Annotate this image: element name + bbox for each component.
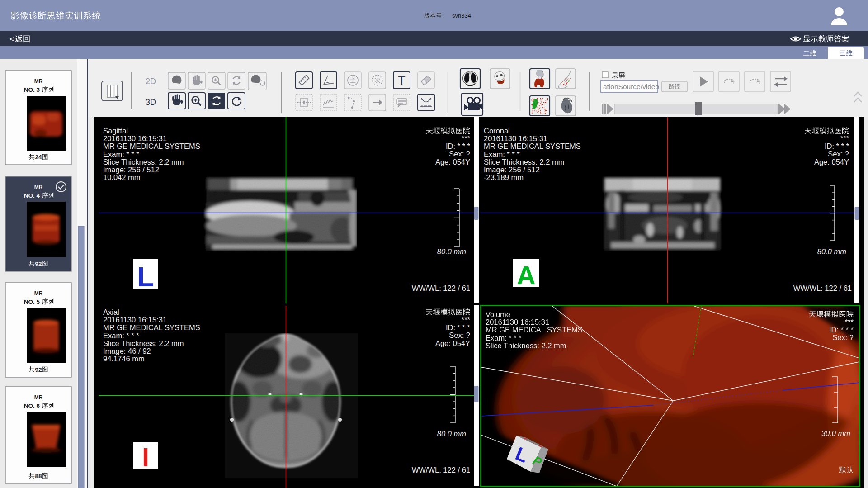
svg-text:Exam: * * *: Exam: * * * — [486, 334, 522, 342]
svg-text:80.0 mm: 80.0 mm — [437, 247, 466, 256]
svg-text:Exam: * * *: Exam: * * * — [484, 150, 520, 158]
svg-text:80.0 mm: 80.0 mm — [817, 247, 846, 256]
svg-text:20161130 16:15:31: 20161130 16:15:31 — [103, 134, 167, 142]
svg-text:***: *** — [462, 134, 471, 142]
svg-text:NO. 6: NO. 6 — [24, 403, 40, 409]
svg-text:MR: MR — [34, 184, 43, 190]
svg-text:MR GE MEDICAL SYSTEMS: MR GE MEDICAL SYSTEMS — [486, 326, 583, 334]
svg-text:MR: MR — [34, 290, 43, 297]
svg-text:ID: * * *: ID: * * * — [825, 142, 849, 150]
svg-text:L: L — [137, 261, 154, 292]
svg-text:10.042 mm: 10.042 mm — [103, 173, 141, 181]
svg-text:Axial: Axial — [103, 308, 119, 316]
svg-text:94.1746 mm: 94.1746 mm — [103, 355, 145, 363]
svg-text:Image: 256 / 512: Image: 256 / 512 — [103, 166, 159, 174]
svg-text:Coronal: Coronal — [484, 127, 510, 135]
svg-text:NO. 3: NO. 3 — [24, 86, 40, 93]
svg-text:Slice Thickness: 2.2 mm: Slice Thickness: 2.2 mm — [103, 158, 184, 166]
svg-text:92: 92 — [35, 366, 42, 373]
svg-text:A: A — [517, 261, 536, 290]
svg-text:92: 92 — [35, 261, 42, 267]
svg-text:NO. 5: NO. 5 — [24, 298, 40, 305]
svg-text:Volume: Volume — [486, 310, 510, 318]
svg-text:MR: MR — [34, 78, 43, 85]
svg-text:Image: 46 / 92: Image: 46 / 92 — [103, 347, 151, 355]
svg-text:2D: 2D — [146, 77, 156, 86]
svg-text:Slice Thickness: 2.2 mm: Slice Thickness: 2.2 mm — [484, 158, 565, 166]
svg-text:svn334: svn334 — [452, 12, 471, 19]
svg-text:Sex: ?: Sex: ? — [449, 150, 470, 158]
svg-text:Sex: ?: Sex: ? — [832, 333, 854, 341]
svg-text:24: 24 — [35, 154, 42, 161]
svg-text:Sex: ?: Sex: ? — [449, 331, 470, 339]
svg-text:ID: * * *: ID: * * * — [446, 142, 471, 150]
svg-text:Age: 054Y: Age: 054Y — [435, 158, 470, 166]
svg-text:***: *** — [840, 134, 849, 142]
svg-text:20161130 16:15:31: 20161130 16:15:31 — [103, 316, 167, 324]
svg-text:Age: 054Y: Age: 054Y — [814, 158, 849, 166]
svg-text:ID: * * *: ID: * * * — [829, 326, 854, 334]
svg-text:-23.189 mm: -23.189 mm — [484, 173, 524, 181]
svg-text:Exam: * * *: Exam: * * * — [103, 150, 139, 158]
svg-text:WW/WL: 122 / 61: WW/WL: 122 / 61 — [412, 466, 470, 474]
svg-text:Age: 054Y: Age: 054Y — [435, 339, 470, 347]
svg-text:MR GE MEDICAL SYSTEMS: MR GE MEDICAL SYSTEMS — [103, 142, 200, 150]
svg-text:MR GE MEDICAL SYSTEMS: MR GE MEDICAL SYSTEMS — [484, 142, 581, 150]
svg-text:<: < — [9, 35, 14, 43]
svg-text:T: T — [398, 74, 406, 87]
svg-text:MR GE MEDICAL SYSTEMS: MR GE MEDICAL SYSTEMS — [103, 323, 200, 332]
svg-text:I: I — [142, 442, 149, 472]
svg-text:30.0 mm: 30.0 mm — [821, 429, 850, 437]
svg-text:20161130 16:15:31: 20161130 16:15:31 — [484, 134, 547, 142]
svg-text:Image: 256 / 512: Image: 256 / 512 — [484, 166, 540, 174]
svg-text:Exam: * * *: Exam: * * * — [103, 332, 139, 340]
svg-text:ationSource/video: ationSource/video — [603, 83, 659, 90]
svg-text:Sagittal: Sagittal — [103, 127, 128, 135]
svg-text:***: *** — [845, 318, 854, 326]
svg-text:80.0 mm: 80.0 mm — [437, 430, 466, 438]
svg-text:ID: * * *: ID: * * * — [446, 323, 471, 332]
svg-text:NO. 4: NO. 4 — [24, 192, 40, 199]
svg-text:Slice Thickness: 2.2 mm: Slice Thickness: 2.2 mm — [103, 339, 184, 347]
svg-text:***: *** — [462, 316, 471, 324]
svg-text:MR: MR — [34, 394, 43, 401]
svg-text:3D: 3D — [146, 98, 156, 107]
svg-text:Sex: ?: Sex: ? — [828, 150, 849, 158]
svg-text:20161130 16:15:31: 20161130 16:15:31 — [486, 318, 549, 326]
svg-text:WW/WL: 122 / 61: WW/WL: 122 / 61 — [793, 284, 852, 292]
svg-text:Slice Thickness: 2.2 mm: Slice Thickness: 2.2 mm — [486, 341, 566, 350]
svg-text:88: 88 — [35, 473, 42, 479]
svg-text:WW/WL: 122 / 61: WW/WL: 122 / 61 — [412, 284, 470, 292]
